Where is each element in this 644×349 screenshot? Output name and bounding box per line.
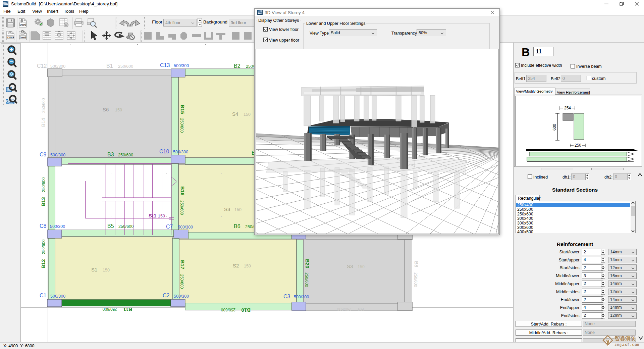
svg-text:C8: C8 [40, 223, 47, 229]
svg-text:B15: B15 [180, 105, 185, 114]
svg-text:250/600: 250/600 [337, 307, 352, 311]
svg-text:C7: C7 [166, 224, 173, 230]
svg-text:B6: B6 [234, 223, 240, 229]
svg-text:250/600: 250/600 [118, 64, 133, 69]
svg-text:500/300: 500/300 [50, 64, 65, 69]
svg-text:C10: C10 [159, 149, 169, 154]
svg-text:B11: B11 [123, 307, 132, 312]
svg-text:DWG: DWG [7, 36, 14, 39]
svg-text:500/300: 500/300 [50, 224, 65, 229]
svg-text:C9: C9 [40, 152, 47, 157]
svg-text:600: 600 [552, 124, 557, 131]
svg-text:zmjaxf.com: zmjaxf.com [614, 343, 639, 347]
svg-text:250/600: 250/600 [304, 272, 309, 287]
svg-text:250/600: 250/600 [413, 272, 418, 287]
svg-text:C13: C13 [160, 62, 170, 68]
svg-text:C3: C3 [283, 294, 290, 299]
svg-text:B1: B1 [106, 63, 113, 69]
svg-text:150: 150 [244, 264, 251, 268]
svg-text:B17: B17 [180, 260, 185, 269]
svg-text:S3: S3 [347, 263, 353, 269]
svg-text:智淼消防: 智淼消防 [614, 335, 636, 341]
svg-text:DWG: DWG [20, 23, 26, 26]
svg-text:150: 150 [358, 264, 365, 269]
svg-text:DWG: DWG [20, 36, 26, 39]
svg-text:250/600: 250/600 [179, 274, 184, 289]
svg-text:B2: B2 [234, 63, 240, 69]
svg-text:500/300: 500/300 [174, 294, 189, 299]
svg-text:250/600: 250/600 [221, 307, 235, 312]
svg-text:250/600: 250/600 [179, 118, 184, 133]
svg-text:B3: B3 [107, 152, 114, 157]
svg-text:S2: S2 [233, 263, 239, 268]
svg-text:500/300: 500/300 [294, 295, 309, 299]
svg-text:S1: S1 [91, 267, 97, 272]
svg-text:150: 150 [244, 112, 251, 117]
svg-text:Floor: Floor [152, 19, 162, 24]
svg-text:250: 250 [575, 143, 581, 148]
svg-text:Background: Background [203, 19, 227, 24]
svg-text:150: 150 [103, 268, 110, 272]
svg-text:S4: S4 [232, 111, 238, 117]
svg-text:St1: St1 [149, 213, 156, 218]
svg-text:S6: S6 [103, 107, 109, 112]
svg-text:B12: B12 [40, 259, 46, 268]
svg-text:250/600: 250/600 [118, 224, 133, 229]
svg-text:C1: C1 [40, 293, 47, 298]
svg-text:B5: B5 [107, 223, 114, 229]
svg-text:B8: B8 [414, 261, 419, 267]
svg-text:B13: B13 [40, 197, 46, 206]
svg-text:500/300: 500/300 [174, 63, 189, 68]
svg-text:500/300: 500/300 [50, 294, 65, 299]
svg-text:250/600: 250/600 [41, 98, 46, 113]
svg-text:254: 254 [564, 106, 571, 110]
svg-text:250/600: 250/600 [41, 239, 46, 254]
svg-text:250/600: 250/600 [41, 177, 46, 192]
svg-text:150: 150 [234, 207, 241, 212]
svg-text:500/300: 500/300 [178, 225, 193, 230]
svg-text:150: 150 [158, 214, 165, 218]
svg-text:C12: C12 [37, 63, 47, 69]
svg-text:250/600: 250/600 [179, 200, 184, 215]
svg-text:C2: C2 [163, 293, 170, 298]
svg-text:B10: B10 [241, 307, 251, 313]
svg-text:B16: B16 [180, 186, 185, 196]
svg-text:B9: B9 [358, 307, 364, 312]
svg-text:B14: B14 [40, 118, 46, 127]
svg-text:250/600: 250/600 [118, 153, 133, 157]
svg-text:250/600: 250/600 [102, 307, 117, 311]
svg-text:500/300: 500/300 [50, 153, 65, 157]
svg-text:S3: S3 [224, 206, 230, 212]
svg-text:500/300: 500/300 [173, 150, 188, 154]
svg-text:150: 150 [115, 108, 122, 112]
svg-text:B20: B20 [305, 259, 310, 268]
